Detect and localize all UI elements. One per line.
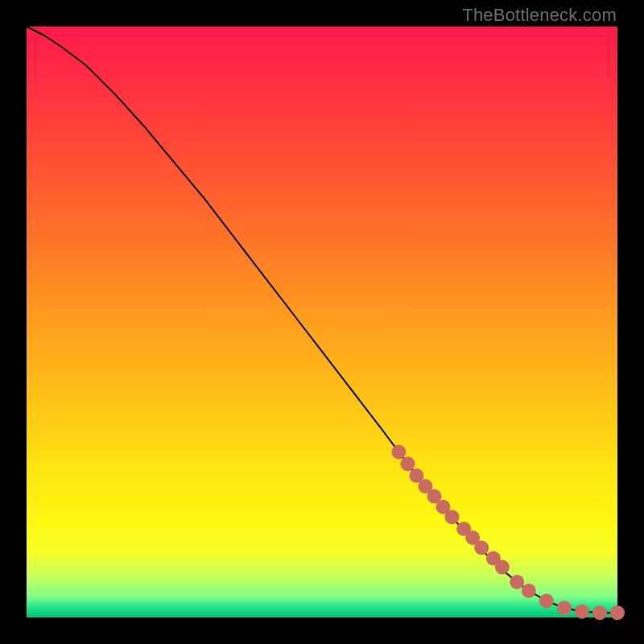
chart-stage: TheBottleneck.com	[0, 0, 644, 644]
marker-dot	[391, 444, 406, 459]
marker-dot	[495, 560, 510, 575]
marker-dot	[575, 605, 589, 619]
marker-dot	[474, 540, 489, 555]
marker-dot	[444, 510, 459, 524]
marker-dot	[610, 605, 625, 620]
marker-dot	[592, 605, 607, 620]
marker-points	[391, 444, 625, 620]
bottleneck-curve-line	[27, 27, 617, 613]
marker-dot	[400, 456, 415, 471]
marker-dot	[557, 601, 572, 615]
marker-dot	[510, 575, 524, 589]
attribution-label: TheBottleneck.com	[462, 5, 617, 26]
marker-dot	[539, 593, 554, 608]
plot-area	[27, 27, 617, 617]
chart-svg	[27, 27, 617, 617]
marker-dot	[522, 584, 536, 598]
